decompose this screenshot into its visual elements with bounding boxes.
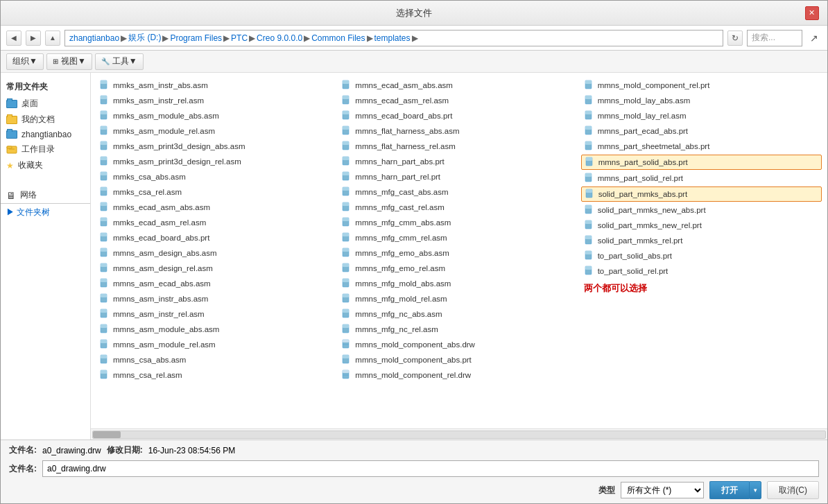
type-select[interactable]: 所有文件 (*) [621,482,704,498]
sidebar-item-desktop[interactable]: 桌面 [1,96,90,112]
list-item[interactable]: mmns_harn_part_abs.prt [338,155,579,168]
toolbar: 组织▼ ⊞ 视图▼ 🔧 工具▼ [1,51,827,73]
list-item[interactable]: to_part_solid_rel.prt [581,264,822,278]
list-item[interactable]: mmns_flat_harness_abs.asm [338,124,579,138]
list-item[interactable]: mmns_mfg_mold_abs.asm [338,277,579,290]
svg-rect-6 [101,96,107,99]
list-item[interactable]: mmns_csa_rel.asm [96,368,337,382]
list-item-highlighted-2[interactable]: solid_part_mmks_abs.prt [581,186,822,202]
sidebar-item-network[interactable]: 🖥 网络 [1,187,90,203]
list-item[interactable]: mmns_part_ecad_abs.prt [581,124,822,138]
list-item[interactable]: mmns_asm_design_rel.asm [96,261,337,275]
path-programfiles[interactable]: Program Files [170,33,222,43]
horizontal-scrollbar[interactable] [91,428,827,440]
list-item[interactable]: to_part_solid_abs.prt [581,249,822,263]
sidebar-item-workdir[interactable]: 工作目录 [1,141,90,157]
file-col-2: mmns_ecad_asm_abs.asm mmns_ecad_asm_rel.… [338,78,579,382]
common-title: 常用文件夹 [1,78,90,96]
list-item-highlighted-1[interactable]: mmns_part_solid_abs.prt [581,155,822,170]
path-commonfiles[interactable]: Common Files [311,33,365,43]
list-item[interactable]: mmns_asm_instr_rel.asm [96,307,337,321]
list-item[interactable]: solid_part_mmks_new_rel.prt [581,218,822,232]
svg-rect-40 [101,355,107,358]
list-item[interactable]: mmks_ecad_asm_rel.asm [96,216,337,229]
svg-rect-88 [585,96,592,99]
list-item[interactable]: mmns_harn_part_rel.prt [338,170,579,184]
list-item[interactable]: mmns_asm_module_abs.asm [96,322,337,336]
list-item[interactable]: mmns_mold_component_rel.drw [338,368,579,382]
list-item[interactable]: mmks_asm_module_abs.asm [96,109,337,123]
open-dropdown-button[interactable]: ▼ [749,481,761,499]
content-area: mmks_asm_instr_abs.asm mmks_asm_instr_re… [91,73,827,440]
list-item[interactable]: mmks_asm_print3d_design_rel.asm [96,155,337,168]
list-item[interactable]: mmns_mfg_cast_rel.asm [338,200,579,214]
file-info-value: a0_drawing.drw [42,446,101,455]
open-button[interactable]: 打开 [709,481,749,499]
search-box[interactable]: 搜索... [747,30,802,46]
svg-rect-106 [585,236,592,239]
list-item[interactable]: mmns_ecad_asm_abs.asm [338,78,579,92]
list-item[interactable]: mmks_ecad_board_abs.prt [96,231,337,245]
refresh-button[interactable]: ↻ [727,31,743,46]
list-item[interactable]: mmns_mfg_nc_rel.asm [338,322,579,336]
modify-value: 16-Jun-23 08:54:56 PM [148,446,235,455]
list-item[interactable]: mmks_asm_instr_abs.asm [96,78,337,92]
organize-button[interactable]: 组织▼ [6,53,44,70]
back-button[interactable]: ◀ [6,31,21,46]
path-drive[interactable]: 娱乐 (D:) [128,32,161,44]
close-button[interactable]: ✕ [805,6,819,20]
list-item[interactable]: mmns_mfg_cast_abs.asm [338,185,579,199]
list-item[interactable]: mmks_asm_instr_rel.asm [96,94,337,107]
list-item[interactable]: mmns_mfg_cmm_abs.asm [338,216,579,229]
list-item[interactable]: mmks_asm_print3d_design_abs.asm [96,139,337,153]
list-item[interactable]: mmns_mold_component_rel.prt [581,78,822,92]
list-item[interactable]: mmks_ecad_asm_abs.asm [96,200,337,214]
list-item[interactable]: mmns_mfg_nc_abs.asm [338,307,579,321]
path-ptc[interactable]: PTC [231,33,248,43]
list-item[interactable]: mmns_mfg_cmm_rel.asm [338,231,579,245]
sidebar-item-docs[interactable]: 我的文档 [1,112,90,128]
list-item[interactable]: mmns_asm_ecad_abs.asm [96,277,337,290]
list-item[interactable]: mmks_csa_abs.asm [96,170,337,184]
list-item[interactable]: mmns_ecad_asm_rel.asm [338,94,579,107]
file-name-input[interactable] [42,460,819,477]
path-creo[interactable]: Creo 9.0.0.0 [257,33,302,43]
folder-tree-toggle[interactable]: ▶ 文件夹树 [1,203,90,221]
list-item[interactable]: mmns_mfg_mold_rel.asm [338,292,579,306]
list-item[interactable]: mmks_asm_module_rel.asm [96,124,337,138]
svg-rect-34 [101,309,107,313]
list-item[interactable]: mmns_mold_component_abs.drw [338,338,579,351]
scrollbar-track[interactable] [92,431,826,439]
list-item[interactable]: mmks_csa_rel.asm [96,185,337,199]
path-templates[interactable]: templates [374,33,411,43]
search-placeholder: 搜索... [752,32,775,44]
up-button[interactable]: ▲ [45,31,60,46]
list-item[interactable]: mmns_part_solid_rel.prt [581,171,822,185]
scrollbar-thumb[interactable] [93,431,121,438]
list-item[interactable]: mmns_mold_component_abs.prt [338,353,579,367]
view-button[interactable]: ⊞ 视图▼ [46,53,92,70]
list-item[interactable]: solid_part_mmks_rel.prt [581,234,822,247]
svg-rect-14 [101,157,107,160]
list-item[interactable]: mmns_part_sheetmetal_abs.prt [581,139,822,153]
list-item[interactable]: mmns_mfg_emo_rel.asm [338,261,579,275]
path-zhangtianbao[interactable]: zhangtianbao [69,33,119,43]
list-item[interactable]: mmns_mold_lay_rel.asm [581,109,822,123]
list-item[interactable]: mmns_asm_module_rel.asm [96,338,337,351]
list-item[interactable]: mmns_mfg_emo_abs.asm [338,246,579,260]
sidebar-item-favorites[interactable]: ★ 收藏夹 [1,157,90,173]
list-item[interactable]: mmns_ecad_board_abs.prt [338,109,579,123]
help-button[interactable]: ↗ [807,31,822,46]
list-item[interactable]: mmns_asm_design_abs.asm [96,246,337,260]
list-item[interactable]: solid_part_mmks_new_abs.prt [581,203,822,217]
list-item[interactable]: mmns_mold_lay_abs.asm [581,94,822,107]
list-item[interactable]: mmns_flat_harness_rel.asm [338,139,579,153]
cancel-button[interactable]: 取消(C) [767,481,819,499]
forward-button[interactable]: ▶ [26,31,41,46]
list-item[interactable]: mmns_csa_abs.asm [96,353,337,367]
workdir-label: 工作目录 [21,144,55,155]
list-item[interactable]: mmns_asm_instr_abs.asm [96,292,337,306]
address-path[interactable]: zhangtianbao ▶ 娱乐 (D:) ▶ Program Files ▶… [64,30,723,46]
tools-button[interactable]: 🔧 工具▼ [95,53,144,70]
sidebar-item-user[interactable]: zhangtianbao [1,128,90,141]
